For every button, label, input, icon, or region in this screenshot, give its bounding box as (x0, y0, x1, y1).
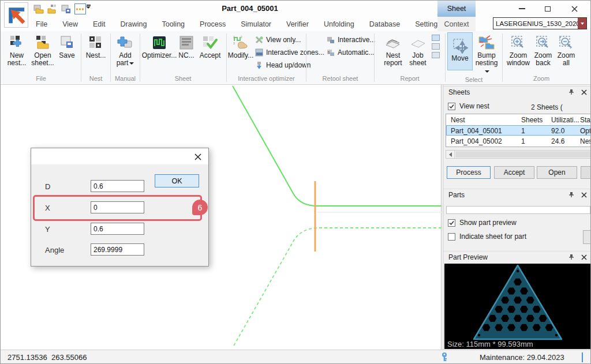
sheets-horizontal-scrollbar[interactable] (446, 150, 591, 159)
cell-nest-2[interactable]: Part_004_05002 (451, 137, 502, 145)
part-preview-panel-header: Part Preview (443, 251, 591, 262)
tab-sheet-context[interactable]: Sheet (437, 1, 476, 17)
optimizer-button[interactable]: Optimizer... (143, 32, 176, 61)
retool-automatic-button[interactable]: 5 Automatic... (325, 46, 377, 59)
dialog-title-bar (31, 148, 208, 164)
zoom-window-button[interactable]: Zoom window (505, 32, 532, 69)
modify-button[interactable]: 123 Modify... (228, 32, 253, 61)
machine-select-value: LASERGENIUS_1530_2020 (496, 20, 580, 27)
menu-edit[interactable]: Edit (85, 20, 113, 28)
minimize-button[interactable] (512, 2, 532, 16)
menu-simulator[interactable]: Simulator (233, 20, 279, 28)
report-export-doc-icon[interactable] (432, 43, 440, 50)
bump-nesting-icon (478, 33, 495, 52)
close-icon (194, 153, 201, 160)
parts-list-strip[interactable] (446, 206, 590, 214)
retool-interactive-button[interactable]: Interactive... (325, 33, 377, 46)
tab-context-label[interactable]: Context (437, 17, 476, 31)
process-button[interactable]: Process (447, 166, 491, 179)
new-nest-button[interactable]: New nest... (4, 32, 29, 69)
menu-unfolding[interactable]: Unfolding (316, 20, 362, 28)
chevron-down-icon (485, 70, 489, 73)
ribbon-group-manual: Add part Manual (112, 31, 139, 84)
menu-file[interactable]: File (28, 20, 55, 28)
ribbon-group-select: Move Bump nesting Select (447, 31, 501, 84)
report-export-file-icon[interactable] (432, 52, 440, 58)
sheets-table[interactable]: Nest Sheets Utilizati... Stat Part_004_0… (446, 114, 591, 147)
field-input-angle[interactable] (91, 243, 144, 256)
part-contour-dashed (233, 228, 442, 347)
chevron-down-icon[interactable] (578, 18, 586, 29)
indicate-sheet-checkbox[interactable]: Indicate sheet for part (448, 232, 526, 241)
ribbon-group-file: New nest... Open sheet... Save File (3, 31, 79, 84)
field-input-d[interactable] (91, 180, 144, 192)
zoom-all-button[interactable]: Zoom all (555, 32, 578, 69)
open-button[interactable]: Open (537, 166, 577, 179)
zoom-back-button[interactable]: Zoom back (532, 32, 555, 69)
quick-save-icon[interactable] (61, 3, 72, 14)
close-icon[interactable] (579, 88, 589, 96)
optimizer-icon (152, 33, 167, 52)
report-export-table-icon[interactable] (432, 35, 440, 41)
modify-icon: 123 (233, 33, 249, 52)
menu-view[interactable]: View (55, 20, 85, 28)
menu-process[interactable]: Process (192, 20, 233, 28)
checkbox-checked-icon (448, 219, 455, 227)
menu-tooling[interactable]: Tooling (154, 20, 192, 28)
accept-sheet-button[interactable]: Accept (494, 166, 534, 179)
status-caret (582, 352, 583, 362)
menu-drawing[interactable]: Drawing (113, 20, 155, 28)
bump-nesting-button[interactable]: Bump nesting (473, 32, 500, 76)
pin-icon[interactable] (567, 88, 576, 96)
close-icon[interactable] (579, 191, 589, 199)
ok-button[interactable]: OK (155, 174, 199, 187)
machine-select[interactable]: LASERGENIUS_1530_2020 (493, 17, 587, 29)
pin-icon[interactable] (567, 191, 576, 199)
clipped-c-button[interactable]: C (583, 230, 591, 244)
view-nest-checkbox[interactable]: View nest (448, 102, 489, 110)
pin-icon[interactable] (567, 253, 576, 261)
maximize-button[interactable] (538, 2, 558, 16)
nest-button[interactable]: Nest... (83, 32, 109, 61)
field-label-d: D (45, 182, 50, 191)
ribbon-group-nest: Nest... Nest (83, 31, 109, 84)
annotation-step-badge: 6 (192, 200, 208, 215)
open-sheet-button[interactable]: Open sheet... (29, 32, 56, 69)
quick-access-customize-icon[interactable] (86, 5, 91, 9)
quick-open-nest-icon[interactable] (47, 3, 58, 14)
save-icon (59, 33, 74, 52)
field-input-y[interactable] (91, 223, 144, 235)
nest-report-button[interactable]: Nest report (380, 32, 406, 69)
app-logo[interactable] (4, 2, 28, 28)
ribbon-group-retool-sheet: Interactive... 5 Automatic... Retool she… (308, 31, 373, 84)
nc-button[interactable]: NC... (176, 32, 197, 61)
sheets-panel-header: Sheets (443, 86, 591, 97)
close-icon[interactable] (579, 253, 589, 261)
quick-measure-icon[interactable] (74, 3, 86, 14)
accept-button[interactable]: Accept (197, 32, 223, 61)
close-button[interactable] (564, 2, 584, 16)
nest-icon (88, 33, 103, 52)
annotation-highlight-box (33, 195, 202, 221)
menu-verifier[interactable]: Verifier (279, 20, 316, 28)
add-part-button[interactable]: Add part (113, 32, 138, 69)
clipped-s-button[interactable]: S (581, 166, 591, 179)
scroll-left-icon[interactable] (446, 151, 455, 158)
part-contour-solid (233, 86, 442, 206)
quick-open-icon[interactable] (33, 3, 44, 14)
svg-text:1: 1 (233, 35, 235, 39)
scrollbar-thumb[interactable] (455, 151, 591, 157)
zoom-window-icon (510, 33, 526, 52)
dialog-close-button[interactable] (192, 152, 204, 162)
part-preview-viewport[interactable]: Size: 115mm * 99.593mm (444, 264, 591, 349)
checkbox-unchecked-icon (448, 233, 455, 241)
menu-database[interactable]: Database (362, 20, 408, 28)
move-button[interactable]: Move (447, 32, 473, 70)
save-button[interactable]: Save (56, 32, 78, 61)
job-sheet-icon (409, 33, 427, 52)
cell-nest-1[interactable]: Part_004_05001 (451, 127, 502, 135)
show-part-preview-checkbox[interactable]: Show part preview (448, 219, 517, 227)
job-sheet-button[interactable]: Job sheet (406, 32, 429, 69)
sheets-count-label: 2 Sheets ( (531, 103, 563, 111)
ribbon-group-zoom: Zoom window Zoom back Zoom all Zoom (504, 31, 579, 84)
